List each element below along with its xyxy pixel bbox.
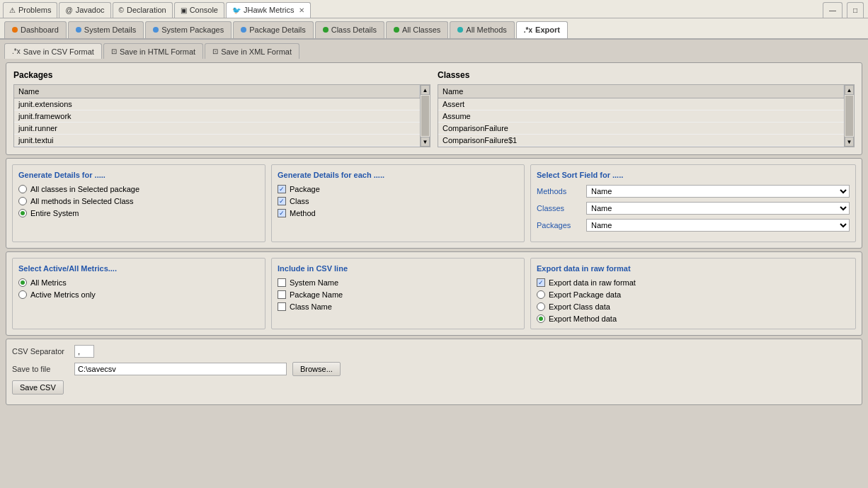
radio-btn-all-classes[interactable]: [18, 185, 27, 193]
save-to-file-input[interactable]: [74, 363, 287, 375]
export-icon: .*x: [524, 26, 532, 34]
check-package-name[interactable]: Package Name: [278, 290, 518, 299]
csv-icon: .*x: [12, 47, 21, 55]
list-item[interactable]: Assume: [438, 110, 844, 123]
list-item[interactable]: junit.extensions: [14, 98, 420, 110]
scroll-up-btn[interactable]: ▲: [421, 85, 430, 95]
sub-tab-html[interactable]: ⊡ Save in HTML Format: [103, 43, 203, 59]
check-btn-package[interactable]: ✓: [278, 185, 286, 193]
nav-tab-all-classes[interactable]: All Classes: [386, 21, 448, 38]
sub-tab-xml[interactable]: ⊡ Save in XML Format: [205, 43, 299, 59]
radio-all-methods[interactable]: All methods in Selected Class: [18, 197, 259, 205]
list-item[interactable]: ComparisonFailure$1: [438, 135, 844, 147]
check-class-name[interactable]: Class Name: [278, 302, 518, 311]
minimize-button[interactable]: —: [823, 2, 843, 18]
list-item[interactable]: Assert: [438, 98, 844, 110]
select-metrics-section: Select Active/All Metrics.... All Metric…: [12, 258, 265, 329]
radio-export-package[interactable]: Export Package data: [537, 290, 850, 299]
tab-problems[interactable]: ⚠ Problems: [3, 2, 57, 18]
scroll-thumb[interactable]: [845, 96, 853, 136]
jhawk-icon: 🐦: [232, 6, 241, 14]
radio-btn-export-package[interactable]: [537, 290, 545, 299]
radio-btn-all-metrics[interactable]: [18, 278, 27, 287]
list-item[interactable]: ComparisonFailure: [438, 123, 844, 135]
nav-tab-class-details[interactable]: Class Details: [315, 21, 384, 38]
list-item[interactable]: junit.framework: [14, 110, 420, 123]
system-packages-dot: [153, 27, 159, 33]
generate-details-section: Generate Details for ..... All classes i…: [12, 164, 265, 242]
packages-section: Packages Name junit.extensions junit.fra…: [13, 70, 430, 147]
tab-declaration[interactable]: © Declaration: [113, 2, 173, 18]
export-raw-title: Export data in raw format: [537, 264, 850, 273]
check-btn-class-name[interactable]: [278, 302, 286, 311]
main-content: Packages Name junit.extensions junit.fra…: [0, 59, 868, 488]
check-btn-package-name[interactable]: [278, 290, 286, 299]
radio-all-classes[interactable]: All classes in Selected package: [18, 185, 259, 193]
check-btn-class[interactable]: ✓: [278, 197, 286, 205]
check-package[interactable]: ✓ Package: [278, 185, 518, 193]
csv-separator-input[interactable]: [74, 345, 94, 358]
radio-export-method[interactable]: Export Method data: [537, 314, 850, 323]
scroll-down-btn[interactable]: ▼: [845, 137, 854, 147]
packages-scrollbar[interactable]: ▲ ▼: [420, 85, 430, 147]
package-details-dot: [241, 27, 246, 33]
list-item[interactable]: junit.runner: [14, 123, 420, 135]
radio-btn-entire-system[interactable]: [18, 209, 27, 217]
tab-jhawk[interactable]: 🐦 JHawk Metrics ✕: [226, 2, 311, 18]
tab-javadoc[interactable]: @ Javadoc: [59, 2, 110, 18]
classes-table: Name Assert Assume ComparisonFailure Com…: [438, 84, 855, 147]
radio-btn-export-method[interactable]: [537, 314, 545, 323]
problems-icon: ⚠: [9, 6, 16, 14]
sort-classes-row: Classes Name Lines Complexity: [537, 202, 850, 215]
export-raw-section: Export data in raw format ✓ Export data …: [530, 258, 856, 329]
check-btn-method[interactable]: ✓: [278, 209, 286, 217]
sort-methods-select[interactable]: Name Lines Complexity: [586, 185, 850, 198]
sort-methods-row: Methods Name Lines Complexity: [537, 185, 850, 198]
nav-tab-dashboard[interactable]: Dashboard: [4, 21, 67, 38]
nav-tab-package-details[interactable]: Package Details: [233, 21, 314, 38]
classes-scrollbar[interactable]: ▲ ▼: [844, 85, 854, 147]
radio-btn-all-methods[interactable]: [18, 197, 27, 205]
all-methods-dot: [457, 27, 463, 33]
dashboard-dot: [12, 27, 18, 33]
all-classes-dot: [394, 27, 399, 33]
options-row-2: Select Active/All Metrics.... All Metric…: [6, 251, 862, 336]
save-to-file-label: Save to file: [12, 365, 69, 373]
radio-entire-system[interactable]: Entire System: [18, 209, 259, 217]
scroll-down-btn[interactable]: ▼: [421, 137, 430, 147]
system-details-dot: [76, 27, 81, 33]
nav-tab-all-methods[interactable]: All Methods: [450, 21, 514, 38]
maximize-button[interactable]: □: [847, 2, 864, 18]
tab-close-icon[interactable]: ✕: [299, 6, 304, 14]
sort-classes-label: Classes: [537, 204, 586, 212]
sub-tab-csv[interactable]: .*x Save in CSV Format: [4, 43, 102, 59]
check-export-raw[interactable]: ✓ Export data in raw format: [537, 278, 850, 287]
nav-tab-export[interactable]: .*x Export: [516, 21, 568, 38]
class-details-dot: [323, 27, 329, 33]
radio-all-metrics[interactable]: All Metrics: [18, 278, 259, 287]
browse-button[interactable]: Browse...: [292, 362, 341, 376]
classes-title: Classes: [438, 70, 855, 80]
scroll-thumb[interactable]: [421, 96, 429, 136]
check-system-name[interactable]: System Name: [278, 278, 518, 287]
sort-packages-row: Packages Name Lines Complexity: [537, 219, 850, 232]
tab-console[interactable]: ▣ Console: [174, 2, 224, 18]
scroll-up-btn[interactable]: ▲: [845, 85, 854, 95]
sort-packages-select[interactable]: Name Lines Complexity: [586, 219, 850, 232]
radio-btn-active-metrics[interactable]: [18, 290, 27, 299]
xml-icon: ⊡: [212, 47, 218, 55]
save-csv-button[interactable]: Save CSV: [12, 380, 64, 395]
radio-btn-export-class[interactable]: [537, 302, 545, 311]
packages-table: Name junit.extensions junit.framework ju…: [13, 84, 430, 147]
radio-export-class[interactable]: Export Class data: [537, 302, 850, 311]
nav-tab-system-details[interactable]: System Details: [68, 21, 144, 38]
radio-active-metrics[interactable]: Active Metrics only: [18, 290, 259, 299]
nav-tab-system-packages[interactable]: System Packages: [145, 21, 232, 38]
list-item[interactable]: junit.textui: [14, 135, 420, 147]
check-method[interactable]: ✓ Method: [278, 209, 518, 217]
sort-classes-select[interactable]: Name Lines Complexity: [586, 202, 850, 215]
check-class[interactable]: ✓ Class: [278, 197, 518, 205]
metrics-options: All Metrics Active Metrics only: [18, 278, 259, 299]
check-btn-export-raw[interactable]: ✓: [537, 278, 545, 287]
check-btn-system-name[interactable]: [278, 278, 286, 287]
